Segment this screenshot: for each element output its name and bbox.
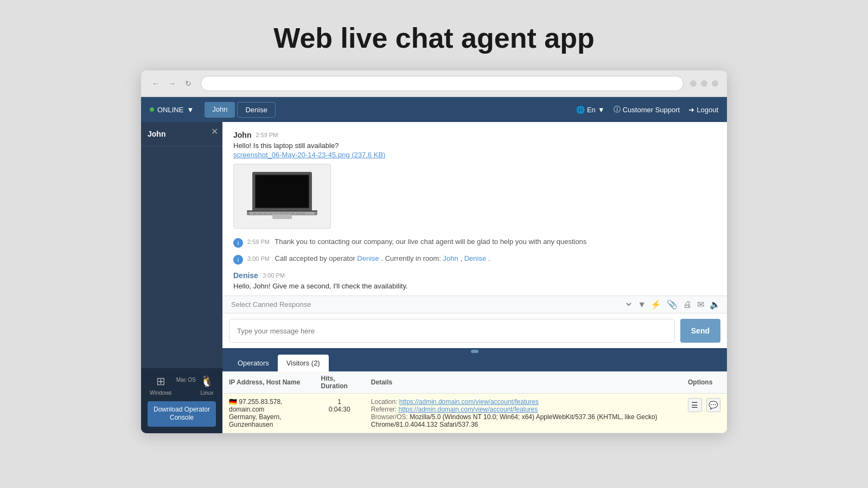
logout-button[interactable]: ➜ Logout: [688, 106, 718, 114]
page-title: Web live chat agent app: [273, 22, 594, 54]
globe-icon: 🌐: [576, 106, 585, 114]
send-button[interactable]: Send: [680, 319, 720, 343]
visitor-hits-cell: 1 0:04:30: [315, 394, 365, 433]
windows-icon-group: ⊞ Windows: [150, 375, 172, 396]
reload-button[interactable]: ↻: [182, 78, 194, 89]
referrer-label: Referrer:: [371, 406, 397, 413]
browser-dot-2: [701, 80, 707, 87]
bottom-tabs: Operators Visitors (2): [222, 355, 727, 371]
visitor-duration: 0:04:30: [329, 406, 350, 413]
col-options: Options: [681, 371, 727, 394]
svg-rect-14: [301, 213, 305, 214]
col-hits: Hits, Duration: [315, 371, 365, 394]
chat-area: John 2:59 PM Hello! Is this laptop still…: [222, 122, 727, 433]
visitors-table: IP Address, Host Name Hits, Duration Det…: [222, 371, 727, 433]
visitor-ip-cell: 🇩🇪 97.255.83.578, domain.com Germany, Ba…: [222, 394, 315, 433]
visitor-ip: 97.255.83.578, domain.com: [229, 398, 282, 413]
tab-visitors[interactable]: Visitors (2): [278, 355, 329, 371]
message-input[interactable]: [229, 319, 675, 343]
chat-icon[interactable]: 💬: [706, 398, 720, 412]
linux-icon-group: 🐧 Linux: [200, 375, 214, 396]
svg-rect-7: [263, 213, 267, 214]
country-flag: 🇩🇪: [229, 398, 237, 406]
laptop-image: [233, 164, 331, 229]
logout-label: Logout: [697, 106, 718, 114]
forward-button[interactable]: →: [166, 78, 178, 89]
svg-rect-10: [279, 213, 284, 214]
list-icon[interactable]: ☰: [688, 398, 702, 412]
panel-divider[interactable]: [222, 348, 727, 355]
online-label: ONLINE: [157, 106, 183, 114]
room-denise-link[interactable]: Denise: [464, 254, 486, 262]
system-msg-text-1: Thank you to contacting our company, our…: [275, 237, 586, 246]
msg-time-john: 2:59 PM: [256, 132, 278, 138]
online-badge[interactable]: ONLINE ▼: [150, 106, 194, 114]
svg-rect-9: [274, 213, 278, 214]
system-msg-content-1: 2:59 PM Thank you to contacting our comp…: [247, 237, 586, 246]
bolt-icon[interactable]: ⚡: [650, 299, 661, 310]
table-header-row: IP Address, Host Name Hits, Duration Det…: [222, 371, 727, 394]
system-msg-1: i 2:59 PM Thank you to contacting our co…: [233, 237, 716, 248]
help-icon: ⓘ: [614, 105, 621, 114]
msg-text-denise: Hello, John! Give me a second, I'll chec…: [233, 282, 716, 290]
tab-operators[interactable]: Operators: [229, 355, 278, 371]
paperclip-icon[interactable]: 📎: [667, 299, 678, 310]
system-msg-time-2: 3:00 PM: [247, 255, 270, 262]
referrer-link[interactable]: https://admin.domain.com/view/account/fe…: [398, 406, 538, 413]
customer-support-label: Customer Support: [623, 106, 680, 114]
language-label: En: [587, 106, 596, 114]
download-operator-console-button[interactable]: Download Operator Console: [148, 401, 216, 427]
language-selector[interactable]: 🌐 En ▼: [576, 106, 605, 114]
location-label: Location:: [371, 398, 398, 406]
sound-icon[interactable]: 🔈: [710, 299, 720, 310]
bottom-panel: Operators Visitors (2) IP Address, Host …: [222, 355, 727, 433]
customer-support-link[interactable]: ⓘ Customer Support: [614, 105, 680, 114]
visitor-location: Germany, Bayern, Gunzenhausen: [229, 413, 281, 428]
browser-chrome: ← → ↻: [141, 70, 727, 97]
svg-rect-5: [252, 213, 257, 214]
lang-chevron: ▼: [598, 106, 605, 114]
linux-icon: 🐧: [200, 375, 214, 388]
info-icon-1: i: [233, 238, 243, 248]
browser-value: Mozilla/5.0 (Windows NT 10.0; Win64; x64…: [371, 413, 658, 428]
laptop-svg: [244, 169, 320, 223]
canned-response-select[interactable]: Select Canned Response: [229, 300, 633, 309]
system-msg-content-2: 3:00 PM Call accepted by operator Denise…: [247, 254, 490, 262]
chat-messages: John 2:59 PM Hello! Is this laptop still…: [222, 122, 727, 296]
col-ip: IP Address, Host Name: [222, 371, 315, 394]
browser-nav: ← → ↻: [150, 78, 194, 89]
tab-john[interactable]: John: [205, 102, 235, 118]
tab-denise[interactable]: Denise: [237, 102, 275, 118]
macos-label: Mac OS: [176, 377, 196, 383]
msg-header-denise: Denise 3:00 PM: [233, 271, 716, 280]
location-link[interactable]: https://admin.domain.com/view/account/fe…: [399, 398, 539, 406]
sidebar-bottom: ⊞ Windows Mac OS 🐧 Linux Download Operat…: [141, 368, 222, 433]
logout-icon: ➜: [688, 106, 694, 114]
browser-dot-1: [690, 80, 697, 87]
msg-sender-denise: Denise: [233, 271, 258, 280]
message-john: John 2:59 PM Hello! Is this laptop still…: [233, 131, 716, 229]
room-john-link[interactable]: John: [443, 254, 458, 262]
message-input-area: Send: [222, 313, 727, 348]
options-icons: ☰ 💬: [688, 398, 720, 412]
svg-rect-15: [272, 215, 292, 219]
operator-denise-link[interactable]: Denise: [357, 254, 379, 262]
browser-window: ← → ↻ ONLINE ▼ John Denise 🌐: [141, 70, 727, 433]
email-icon[interactable]: ✉: [697, 299, 704, 310]
system-msg-2: i 3:00 PM Call accepted by operator Deni…: [233, 254, 716, 265]
divider-pip: [471, 350, 478, 353]
svg-rect-6: [258, 213, 262, 214]
url-bar[interactable]: [201, 76, 684, 91]
attachment-link[interactable]: screenshot_06-May-20-14-23-45.png (237.6…: [233, 151, 385, 159]
msg-header-john: John 2:59 PM: [233, 131, 716, 139]
visitor-hits: 1: [337, 398, 341, 406]
back-button[interactable]: ←: [150, 78, 162, 89]
msg-time-denise: 3:00 PM: [263, 272, 285, 279]
msg-text-john: Hello! Is this laptop still available?: [233, 142, 716, 150]
close-sidebar-button[interactable]: ✕: [211, 126, 218, 137]
sidebar-contact-name: John: [141, 122, 222, 146]
visitor-details-cell: Location: https://admin.domain.com/view/…: [365, 394, 681, 433]
print-icon[interactable]: 🖨: [683, 300, 692, 310]
svg-rect-12: [290, 213, 295, 214]
macos-icon-group: Mac OS: [176, 375, 196, 396]
